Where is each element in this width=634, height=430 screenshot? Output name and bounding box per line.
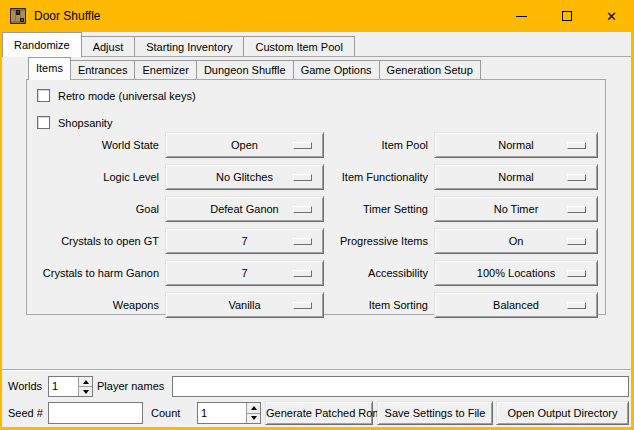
worlds-label: Worlds xyxy=(8,376,42,397)
dropdown-indicator-icon xyxy=(567,302,586,309)
app-window: Door Shuffle ✕ Randomize Adjust Starting… xyxy=(0,0,634,430)
seed-label: Seed # xyxy=(8,402,43,425)
sub-tab-bar: Items Entrances Enemizer Dungeon Shuffle… xyxy=(28,57,481,80)
weapons-value: Vanilla xyxy=(228,299,260,311)
world-state-label: World State xyxy=(37,132,159,158)
dropdown-indicator-icon xyxy=(567,142,586,149)
item-functionality-dropdown[interactable]: Normal xyxy=(434,164,598,190)
main-pane-border xyxy=(2,56,631,57)
window-controls: ✕ xyxy=(499,0,634,32)
shopsanity-row: Shopsanity xyxy=(37,115,112,130)
retro-mode-label: Retro mode (universal keys) xyxy=(58,90,196,102)
tab-dungeon-shuffle[interactable]: Dungeon Shuffle xyxy=(196,60,294,80)
shopsanity-checkbox[interactable] xyxy=(37,116,50,129)
item-sorting-label: Item Sorting xyxy=(273,292,428,318)
progressive-items-value: On xyxy=(509,235,524,247)
logic-level-value: No Glitches xyxy=(216,171,273,183)
titlebar: Door Shuffle ✕ xyxy=(0,0,634,32)
progressive-items-label: Progressive Items xyxy=(273,228,428,254)
retro-mode-row: Retro mode (universal keys) xyxy=(37,88,196,103)
item-functionality-value: Normal xyxy=(498,171,533,183)
maximize-button[interactable] xyxy=(544,0,589,32)
accessibility-value: 100% Locations xyxy=(477,267,555,279)
item-functionality-label: Item Functionality xyxy=(273,164,428,190)
retro-mode-checkbox[interactable] xyxy=(37,89,50,102)
count-spinbox[interactable]: 1 xyxy=(197,402,261,424)
crystals-gt-label: Crystals to open GT xyxy=(37,228,159,254)
item-pool-value: Normal xyxy=(498,139,533,151)
save-settings-button[interactable]: Save Settings to File xyxy=(377,401,493,425)
tab-items[interactable]: Items xyxy=(28,57,71,80)
minimize-icon xyxy=(516,16,527,17)
dropdown-indicator-icon xyxy=(567,174,586,181)
accessibility-label: Accessibility xyxy=(273,260,428,286)
open-output-directory-button[interactable]: Open Output Directory xyxy=(496,401,629,425)
main-tab-bar: Randomize Adjust Starting Inventory Cust… xyxy=(2,32,355,57)
player-names-label: Player names xyxy=(97,376,164,397)
tab-adjust[interactable]: Adjust xyxy=(81,36,136,57)
dropdown-indicator-icon xyxy=(567,270,586,277)
maximize-icon xyxy=(562,11,572,21)
spin-down-icon[interactable] xyxy=(247,413,260,424)
spin-up-icon[interactable] xyxy=(247,403,260,413)
accessibility-dropdown[interactable]: 100% Locations xyxy=(434,260,598,286)
timer-setting-value: No Timer xyxy=(494,203,539,215)
spin-down-icon[interactable] xyxy=(79,386,92,396)
window-title: Door Shuffle xyxy=(34,9,101,23)
crystals-ganon-value: 7 xyxy=(241,267,247,279)
dropdown-indicator-icon xyxy=(567,238,586,245)
item-sorting-value: Balanced xyxy=(493,299,539,311)
spin-up-icon[interactable] xyxy=(79,377,92,386)
tab-game-options[interactable]: Game Options xyxy=(293,60,380,80)
bottom-separator xyxy=(2,369,631,371)
player-names-input[interactable] xyxy=(172,376,629,397)
tab-starting-inventory[interactable]: Starting Inventory xyxy=(134,36,244,57)
worlds-value: 1 xyxy=(49,377,78,396)
world-state-value: Open xyxy=(231,139,258,151)
item-pool-dropdown[interactable]: Normal xyxy=(434,132,598,158)
worlds-spin-arrows xyxy=(78,377,92,396)
seed-input[interactable] xyxy=(48,402,143,424)
count-label: Count xyxy=(151,402,180,425)
count-spin-arrows xyxy=(246,403,260,423)
weapons-label: Weapons xyxy=(37,292,159,318)
logic-level-label: Logic Level xyxy=(37,164,159,190)
shopsanity-label: Shopsanity xyxy=(58,117,112,129)
timer-setting-label: Timer Setting xyxy=(273,196,428,222)
goal-label: Goal xyxy=(37,196,159,222)
item-pool-label: Item Pool xyxy=(273,132,428,158)
timer-setting-dropdown[interactable]: No Timer xyxy=(434,196,598,222)
close-icon: ✕ xyxy=(606,9,617,24)
tab-generation-setup[interactable]: Generation Setup xyxy=(379,60,481,80)
tab-randomize[interactable]: Randomize xyxy=(2,32,82,57)
items-pane: Retro mode (universal keys) Shopsanity W… xyxy=(26,79,606,315)
crystals-ganon-label: Crystals to harm Ganon xyxy=(37,260,159,286)
progressive-items-dropdown[interactable]: On xyxy=(434,228,598,254)
generate-patched-rom-button[interactable]: Generate Patched Rom xyxy=(265,401,373,425)
crystals-gt-value: 7 xyxy=(241,235,247,247)
item-sorting-dropdown[interactable]: Balanced xyxy=(434,292,598,318)
dropdown-indicator-icon xyxy=(567,206,586,213)
minimize-button[interactable] xyxy=(499,0,544,32)
count-value: 1 xyxy=(198,403,246,423)
worlds-spinbox[interactable]: 1 xyxy=(48,376,93,397)
door-icon xyxy=(10,8,26,24)
tab-enemizer[interactable]: Enemizer xyxy=(134,60,196,80)
goal-value: Defeat Ganon xyxy=(210,203,279,215)
close-button[interactable]: ✕ xyxy=(589,0,634,32)
tab-custom-item-pool[interactable]: Custom Item Pool xyxy=(243,36,354,57)
window-body: Randomize Adjust Starting Inventory Cust… xyxy=(2,32,631,427)
tab-entrances[interactable]: Entrances xyxy=(70,60,136,80)
